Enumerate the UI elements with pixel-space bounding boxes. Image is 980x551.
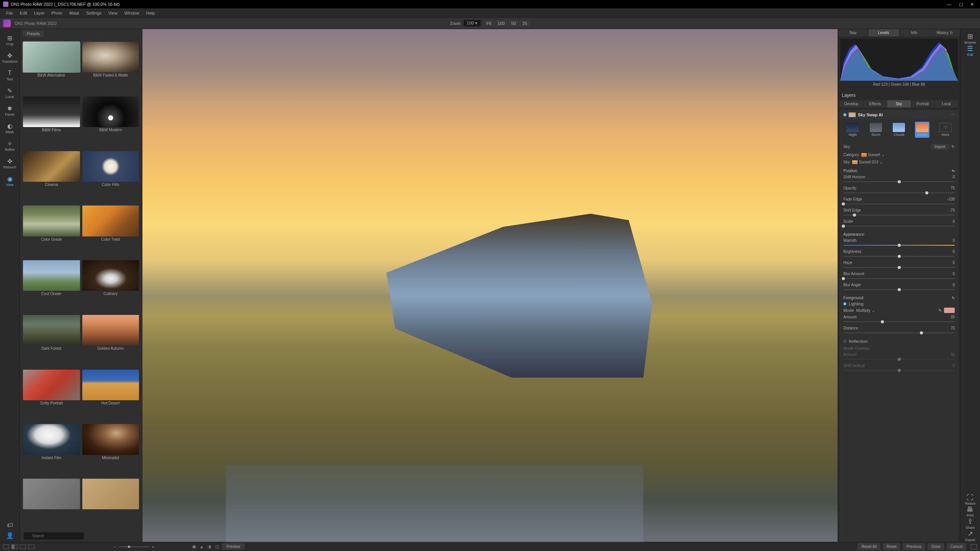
preset-item[interactable]: Golden Autumn — [82, 315, 139, 367]
slider-value[interactable]: 0 — [952, 219, 955, 223]
slider-handle[interactable] — [925, 191, 928, 194]
done-button[interactable]: Done — [928, 543, 944, 550]
slider-value[interactable]: 0 — [952, 238, 955, 243]
slider-value[interactable]: 0 — [952, 261, 955, 265]
refresh-icon[interactable]: ↻ — [951, 144, 955, 149]
rtool-resize[interactable]: ⛶Resize — [965, 494, 976, 505]
reset-foreground-icon[interactable]: ↻ — [952, 296, 955, 300]
tool-retouch[interactable]: ✜Retouch — [2, 155, 18, 171]
slider-handle[interactable] — [898, 288, 901, 291]
preset-item[interactable]: Instant Film — [23, 424, 80, 476]
slider-value[interactable]: 35 — [951, 315, 955, 319]
maximize-icon[interactable]: ▢ — [959, 2, 963, 7]
preset-item[interactable]: Hot Desert — [82, 370, 139, 422]
preview-button[interactable]: Preview — [222, 543, 245, 550]
slider-track[interactable] — [843, 204, 955, 204]
minimize-icon[interactable]: — — [947, 2, 951, 7]
slider-value[interactable]: 50 — [951, 352, 955, 357]
menu-layer[interactable]: Layer — [31, 9, 48, 17]
slider-value[interactable]: -100 — [947, 197, 955, 201]
preset-item[interactable] — [82, 479, 139, 527]
mask-view-icon[interactable]: ◑ — [207, 544, 212, 549]
foreground-color-swatch[interactable] — [944, 308, 955, 313]
module-portrait[interactable]: Portrait — [911, 100, 935, 108]
zoom-25[interactable]: 25 — [519, 20, 530, 26]
zoom-fit[interactable]: Fit — [483, 20, 494, 26]
sky-preset-storm[interactable]: Storm — [869, 122, 883, 138]
slider-track[interactable] — [843, 278, 955, 279]
reflection-toggle[interactable] — [843, 340, 846, 343]
slider-handle[interactable] — [898, 255, 901, 258]
slider-handle[interactable] — [898, 266, 901, 269]
rtool-print[interactable]: 🖶Print — [965, 505, 976, 517]
slider-handle[interactable] — [842, 225, 845, 228]
sky-preset-night[interactable]: Night — [845, 122, 860, 138]
presets-tab[interactable]: Presets — [23, 31, 44, 37]
tool-refine[interactable]: ✧Refine — [2, 138, 18, 154]
tab-history[interactable]: History ↻ — [929, 29, 960, 36]
canvas-area[interactable] — [142, 29, 838, 542]
slider-value[interactable]: 0 — [952, 249, 955, 254]
slider-track[interactable] — [843, 370, 955, 371]
users-icon[interactable]: 👤 — [7, 532, 13, 539]
tool-mask[interactable]: ◐Mask — [2, 120, 18, 136]
menu-file[interactable]: File — [3, 9, 16, 17]
preset-item[interactable]: Cool Ocean — [23, 260, 80, 313]
slider-track[interactable] — [843, 267, 955, 268]
preset-item[interactable]: B&W Alternative — [23, 42, 80, 94]
tab-levels[interactable]: Levels — [869, 29, 899, 36]
slider-track[interactable] — [843, 245, 955, 246]
previous-button[interactable]: Previous — [903, 543, 925, 550]
flip-icon[interactable]: ⇋ — [952, 169, 955, 173]
slider-track[interactable] — [843, 256, 955, 257]
sky-dropdown[interactable]: Sunset 013 ⌄ — [852, 160, 883, 164]
slider-value[interactable]: 0 — [952, 272, 955, 276]
zoom-50[interactable]: 50 — [508, 20, 519, 26]
tool-text[interactable]: TText — [2, 67, 18, 83]
sky-preset-sunset[interactable]: Sunset — [915, 122, 929, 138]
eyedropper-icon[interactable]: ✎ — [938, 308, 942, 313]
sky-preset-clouds[interactable]: Clouds — [892, 122, 906, 138]
close-icon[interactable]: ✕ — [970, 2, 974, 7]
menu-help[interactable]: Help — [143, 9, 158, 17]
slider-track[interactable] — [843, 192, 955, 193]
search-input[interactable] — [24, 532, 84, 540]
preset-item[interactable]: B&W Modern — [82, 96, 139, 149]
preset-item[interactable]: Culinary — [82, 260, 139, 313]
slider-handle[interactable] — [842, 277, 845, 280]
warning-icon[interactable]: ▲ — [199, 544, 204, 549]
slider-handle[interactable] — [898, 244, 901, 247]
cancel-button[interactable]: Cancel — [947, 543, 966, 550]
preset-item[interactable]: Cinema — [23, 151, 80, 204]
slider-track[interactable] — [843, 181, 955, 182]
slider-track[interactable] — [843, 215, 955, 215]
tool-view[interactable]: ◉View — [2, 173, 18, 189]
slider-value[interactable]: 0 — [952, 175, 955, 179]
view-grid-icon[interactable] — [28, 544, 34, 549]
slider-value[interactable]: 0 — [952, 364, 955, 368]
menu-window[interactable]: Window — [121, 9, 142, 17]
softproof-icon[interactable]: ▣ — [191, 544, 197, 549]
zoom-100[interactable]: 100 — [494, 20, 508, 26]
tab-nav[interactable]: Nav — [838, 29, 869, 36]
tool-local[interactable]: ✎Local — [2, 85, 18, 101]
slider-value[interactable]: 0 — [952, 283, 955, 287]
sync-icon[interactable]: 🏷 — [7, 522, 13, 529]
reset-button[interactable]: Reset — [883, 543, 900, 550]
module-local[interactable]: Local — [935, 100, 959, 108]
fg-mode-dropdown[interactable]: Multiply ⌄ — [856, 308, 875, 313]
slider-handle[interactable] — [881, 320, 884, 323]
preset-item[interactable]: Color Twist — [82, 205, 139, 258]
slider-value[interactable]: 70 — [951, 326, 955, 330]
view-single-icon[interactable] — [3, 544, 9, 549]
rtool-export[interactable]: ↗Export — [965, 530, 976, 542]
slider-value[interactable]: -79 — [949, 208, 955, 212]
slider-value[interactable]: 75 — [951, 186, 955, 190]
reset-all-button[interactable]: Reset All — [858, 543, 880, 550]
menu-edit[interactable]: Edit — [17, 9, 30, 17]
histogram[interactable] — [840, 39, 958, 81]
preset-item[interactable]: Gritty Portrait — [23, 370, 80, 422]
preset-item[interactable] — [23, 479, 80, 527]
sky-menu-icon[interactable]: ⋯ — [951, 112, 955, 117]
tool-crop[interactable]: ⊞Crop — [2, 32, 18, 48]
